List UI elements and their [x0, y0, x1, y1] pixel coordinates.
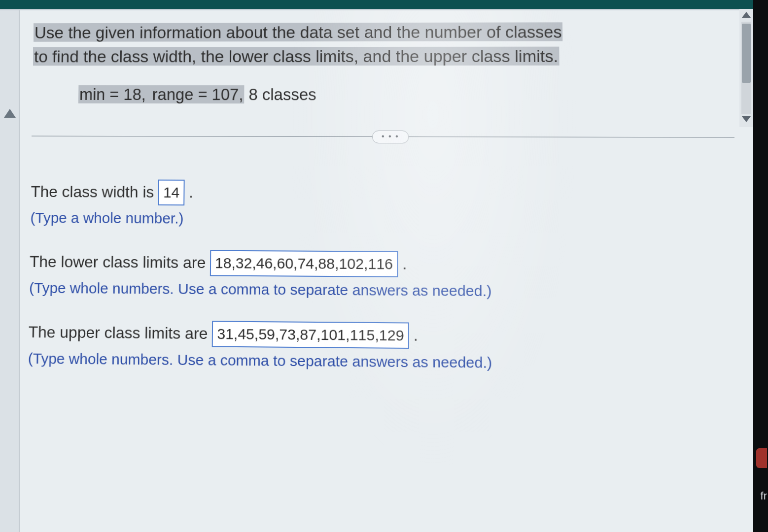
side-indicator-icon — [756, 448, 767, 468]
question-panel: Use the given information about the data… — [0, 9, 753, 532]
upper-limits-input[interactable]: 31,45,59,73,87,101,115,129 — [212, 321, 409, 349]
screen: Use the given information about the data… — [0, 0, 768, 532]
prompt-line-2: to find the class width, the lower class… — [33, 47, 559, 66]
class-width-hint: (Type a whole number.) — [30, 207, 736, 232]
section-divider: • • • — [32, 128, 734, 146]
lower-limits-period: . — [402, 255, 407, 273]
class-width-label: The class width is — [31, 183, 158, 201]
upper-limits-hint: (Type whole numbers. Use a comma to sepa… — [28, 347, 738, 376]
scroll-down-icon[interactable] — [742, 116, 751, 122]
content-area: Use the given information about the data… — [28, 20, 739, 398]
upper-limits-label: The upper class limits are — [28, 323, 212, 343]
given-classes: 8 classes — [244, 85, 316, 103]
prompt-line-1: Use the given information about the data… — [34, 22, 563, 41]
lower-limits-block: The lower class limits are 18,32,46,60,7… — [29, 249, 737, 304]
left-gutter — [0, 10, 20, 532]
class-width-period: . — [189, 183, 193, 201]
given-range: range = 107, — [147, 85, 244, 103]
vertical-scrollbar[interactable] — [739, 9, 753, 127]
edge-text-fr: fr — [761, 490, 767, 502]
collapse-up-icon[interactable] — [4, 109, 16, 118]
lower-limits-input[interactable]: 18,32,46,60,74,88,102,116 — [210, 250, 398, 277]
upper-limits-period: . — [414, 326, 418, 344]
upper-limits-block: The upper class limits are 31,45,59,73,8… — [28, 320, 738, 376]
window-topbar — [0, 0, 768, 9]
right-edge: fr — [753, 0, 768, 532]
class-width-block: The class width is 14 . (Type a whole nu… — [30, 179, 736, 232]
scroll-up-icon[interactable] — [742, 12, 751, 18]
question-prompt: Use the given information about the data… — [33, 20, 733, 69]
class-width-input[interactable]: 14 — [158, 180, 185, 205]
lower-limits-hint: (Type whole numbers. Use a comma to sepa… — [29, 277, 737, 303]
scroll-thumb[interactable] — [742, 24, 751, 83]
given-values: min = 18, range = 107, 8 classes — [78, 83, 734, 107]
lower-limits-label: The lower class limits are — [30, 253, 210, 272]
given-min: min = 18, — [78, 85, 147, 103]
more-options-pill[interactable]: • • • — [372, 131, 409, 143]
